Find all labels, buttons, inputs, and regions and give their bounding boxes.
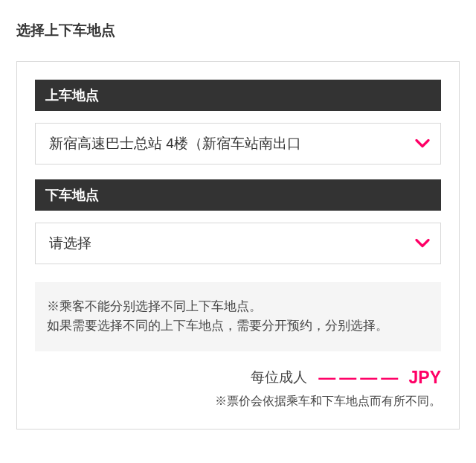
alighting-header: 下车地点 (35, 179, 441, 211)
note-line-1: ※乘客不能分别选择不同上下车地点。 (47, 297, 429, 316)
note-line-2: 如果需要选择不同的上下车地点，需要分开预约，分别选择。 (47, 316, 429, 336)
selection-panel: 上车地点 新宿高速巴士总站 4楼（新宿车站南出口 下车地点 请选择 ※乘客不能分… (16, 61, 460, 430)
price-disclaimer: ※票价会依据乘车和下车地点而有所不同。 (35, 394, 441, 409)
chevron-down-icon (415, 239, 430, 249)
price-label: 每位成人 (251, 369, 307, 385)
boarding-select[interactable]: 新宿高速巴士总站 4楼（新宿车站南出口 (35, 123, 441, 165)
price-row: 每位成人 ―――― JPY (35, 368, 441, 388)
boarding-selected-value: 新宿高速巴士总站 4楼（新宿车站南出口 (49, 135, 301, 151)
restriction-note: ※乘客不能分别选择不同上下车地点。 如果需要选择不同的上下车地点，需要分开预约，… (35, 282, 441, 351)
chevron-down-icon (415, 139, 430, 149)
price-value: ―――― (318, 368, 402, 387)
page-title: 选择上下车地点 (0, 0, 476, 40)
alighting-placeholder: 请选择 (49, 235, 91, 251)
boarding-header: 上车地点 (35, 80, 441, 111)
alighting-select[interactable]: 请选择 (35, 223, 441, 264)
price-currency: JPY (409, 368, 441, 387)
